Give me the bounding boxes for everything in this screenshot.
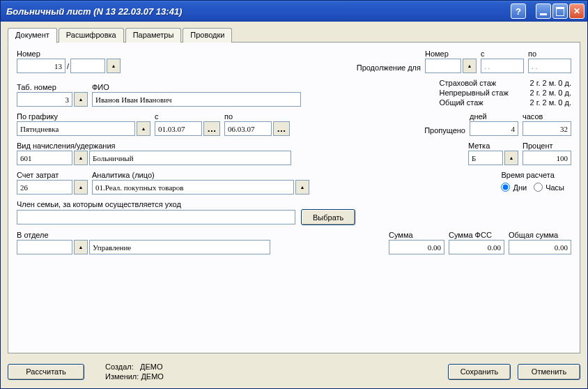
number-sub-input[interactable] (70, 59, 105, 73)
analytics-dropdown-icon[interactable] (295, 180, 309, 194)
cont-number-label: Номер (425, 49, 477, 58)
minimize-button[interactable] (536, 3, 551, 19)
tab-postings[interactable]: Проводки (183, 28, 232, 43)
dept-name-input[interactable] (89, 240, 270, 254)
family-input[interactable] (17, 210, 295, 224)
schedule-input[interactable] (17, 121, 135, 136)
cont-from-input[interactable] (481, 59, 524, 73)
dept-dropdown-icon[interactable] (74, 240, 88, 254)
nep-stazh-label: Непрерывный стаж (440, 89, 523, 97)
help-button[interactable] (511, 3, 526, 19)
schedule-label: По графику (17, 112, 150, 121)
percent-input[interactable] (523, 151, 571, 165)
ins-stazh-value: 2 г. 2 м. 0 д. (530, 79, 571, 87)
audit-info: Создал: ДЕМО Изменил: ДЕМО (105, 362, 164, 381)
select-button[interactable]: Выбрать (301, 209, 355, 225)
radio-days[interactable]: Дни (501, 183, 527, 192)
schedule-dropdown-icon[interactable] (137, 121, 150, 136)
cost-acc-label: Счет затрат (17, 171, 88, 179)
dept-label: В отделе (17, 231, 270, 239)
tab-document[interactable]: Документ (8, 28, 57, 43)
fss-label: Сумма ФСС (449, 231, 504, 239)
sched-to-picker-icon[interactable] (273, 121, 290, 136)
fss-input[interactable] (449, 240, 504, 254)
sched-to-label: по (224, 112, 290, 121)
hours-label: часов (523, 112, 571, 121)
titlebar: Больничный лист (N 13 22.03.07 13:41) (1, 1, 587, 22)
sched-from-input[interactable] (155, 121, 202, 136)
sched-from-label: с (155, 112, 220, 121)
family-label: Член семьи, за которым осуществляется ух… (17, 200, 355, 208)
cont-from-label: с (481, 49, 524, 58)
cont-number-input[interactable] (425, 59, 461, 73)
cont-to-label: по (528, 49, 571, 58)
continuation-label: Продолжение для (357, 63, 421, 72)
cancel-button[interactable]: Отменить (518, 364, 580, 380)
mark-input[interactable] (468, 151, 503, 165)
tot-stazh-label: Общий стаж (440, 98, 523, 107)
cont-to-input[interactable] (528, 59, 571, 73)
percent-label: Процент (523, 142, 571, 150)
tabno-dropdown-icon[interactable] (74, 92, 88, 107)
cost-acc-dropdown-icon[interactable] (74, 180, 88, 194)
tab-params[interactable]: Параметры (125, 28, 182, 43)
days-input[interactable] (470, 121, 518, 136)
timemode-label: Время расчета (501, 171, 571, 179)
calculate-button[interactable]: Рассчитать (8, 364, 84, 380)
analytics-label: Аналитика (лицо) (92, 171, 309, 179)
accrual-code-input[interactable] (17, 151, 72, 165)
sum-label: Сумма (389, 231, 444, 239)
sched-to-input[interactable] (224, 121, 272, 136)
tab-decoding[interactable]: Расшифровка (59, 28, 124, 43)
cont-number-dropdown-icon[interactable] (463, 59, 477, 73)
accrual-label: Вид начисления/удержания (17, 142, 291, 150)
save-button[interactable]: Сохранить (448, 364, 511, 380)
days-label: дней (470, 112, 518, 121)
ins-stazh-label: Страховой стаж (440, 79, 523, 87)
tabno-label: Таб. номер (17, 83, 88, 91)
number-label: Номер (17, 49, 121, 58)
total-label: Общая сумма (509, 231, 571, 239)
window-title: Больничный лист (N 13 22.03.07 13:41) (6, 6, 511, 17)
mark-dropdown-icon[interactable] (504, 151, 518, 165)
nep-stazh-value: 2 г. 2 м. 0 д. (530, 89, 571, 97)
fio-label: ФИО (92, 83, 301, 91)
number-input[interactable] (17, 59, 65, 73)
missed-label: Пропущено (424, 126, 465, 135)
number-slash: / (67, 62, 69, 70)
sum-input[interactable] (389, 240, 444, 254)
close-button[interactable] (569, 3, 585, 19)
cost-acc-input[interactable] (17, 180, 72, 194)
maximize-button[interactable] (552, 3, 568, 19)
accrual-code-dropdown-icon[interactable] (74, 151, 88, 165)
total-input[interactable] (509, 240, 571, 254)
fio-input[interactable] (92, 92, 301, 107)
analytics-input[interactable] (92, 180, 294, 194)
sched-from-picker-icon[interactable] (203, 121, 220, 136)
number-dropdown-icon[interactable] (107, 59, 121, 73)
accrual-name-input[interactable] (89, 151, 291, 165)
radio-hours[interactable]: Часы (534, 183, 564, 192)
hours-input[interactable] (523, 121, 571, 136)
tabno-input[interactable] (17, 92, 72, 107)
tot-stazh-value: 2 г. 2 м. 0 д. (530, 98, 571, 107)
tab-bar: Документ Расшифровка Параметры Проводки (8, 28, 580, 43)
dept-code-input[interactable] (17, 240, 72, 254)
window: Больничный лист (N 13 22.03.07 13:41) До… (0, 0, 588, 389)
mark-label: Метка (468, 142, 518, 150)
